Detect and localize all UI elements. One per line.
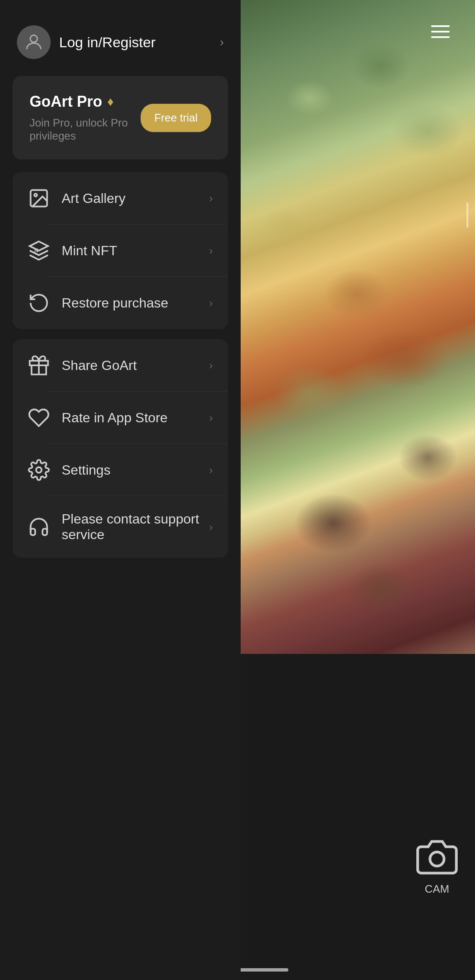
image-icon (28, 187, 50, 209)
pro-info: GoArt Pro ♦ Join Pro, unlock Pro privile… (30, 93, 141, 143)
restore-icon (28, 292, 50, 314)
mint-nft-label: Mint NFT (62, 243, 209, 259)
restore-purchase-chevron-icon: › (209, 297, 213, 310)
menu-item-share-goart[interactable]: Share GoArt › (13, 339, 228, 391)
scroll-indicator (467, 202, 468, 228)
menu-item-contact-support[interactable]: Please contact support service › (13, 496, 228, 558)
restore-purchase-label: Restore purchase (62, 295, 209, 311)
support-icon (28, 516, 50, 538)
mint-nft-chevron-icon: › (209, 244, 213, 257)
svg-text:N: N (34, 247, 38, 254)
settings-icon (28, 459, 50, 481)
art-gallery-chevron-icon: › (209, 192, 213, 205)
camera-label: CAM (425, 883, 449, 896)
contact-support-label: Please contact support service (62, 511, 209, 543)
gift-icon (28, 354, 50, 376)
svg-point-0 (30, 35, 38, 42)
rate-app-store-label: Rate in App Store (62, 410, 209, 426)
hamburger-menu[interactable] (431, 25, 450, 38)
pro-card: GoArt Pro ♦ Join Pro, unlock Pro privile… (13, 76, 228, 159)
menu-item-rate-app-store[interactable]: Rate in App Store › (13, 391, 228, 444)
menu-panel: Log in/Register › GoArt Pro ♦ Join Pro, … (0, 0, 241, 980)
settings-chevron-icon: › (209, 464, 213, 477)
header-chevron-icon: › (220, 35, 224, 49)
art-gallery-label: Art Gallery (62, 191, 209, 206)
free-trial-button[interactable]: Free trial (141, 104, 211, 132)
svg-point-2 (34, 194, 37, 197)
share-goart-chevron-icon: › (209, 359, 213, 372)
menu-item-restore-purchase[interactable]: Restore purchase › (13, 277, 228, 329)
pro-name: GoArt Pro (30, 93, 102, 111)
diamond-icon: ♦ (107, 94, 114, 109)
rate-app-store-chevron-icon: › (209, 411, 213, 424)
settings-label: Settings (62, 462, 209, 478)
menu-item-mint-nft[interactable]: N Mint NFT › (13, 224, 228, 277)
menu-item-settings[interactable]: Settings › (13, 444, 228, 496)
login-label: Log in/Register (59, 34, 212, 51)
svg-point-7 (430, 852, 444, 866)
svg-point-6 (36, 467, 42, 473)
nft-icon: N (28, 240, 50, 262)
camera-icon (416, 836, 458, 878)
hamburger-line-1 (431, 25, 450, 27)
hamburger-line-2 (431, 31, 450, 32)
share-goart-label: Share GoArt (62, 358, 209, 373)
camera-area[interactable]: CAM (416, 836, 458, 896)
contact-support-chevron-icon: › (209, 521, 213, 534)
header[interactable]: Log in/Register › (0, 0, 241, 72)
background-painting (239, 0, 475, 654)
avatar (17, 25, 51, 59)
menu-group-2: Share GoArt › Rate in App Store › Settin… (13, 339, 228, 558)
menu-group-1: Art Gallery › N Mint NFT › (13, 172, 228, 329)
pro-subtitle: Join Pro, unlock Pro privileges (30, 116, 128, 142)
menu-item-art-gallery[interactable]: Art Gallery › (13, 172, 228, 224)
pro-title: GoArt Pro ♦ (30, 93, 141, 111)
hamburger-line-3 (431, 36, 450, 38)
heart-icon (28, 407, 50, 429)
